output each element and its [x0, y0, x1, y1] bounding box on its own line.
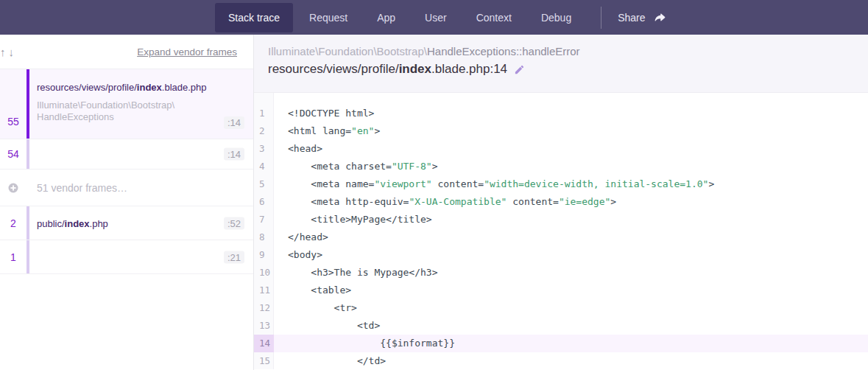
- method-namespace: Illuminate\Foundation\Bootstrap\: [268, 45, 427, 57]
- code-line: 9 <body>: [254, 246, 868, 264]
- nav-divider: [601, 7, 601, 29]
- line-number: 7: [254, 211, 274, 228]
- code-line: 12 <tr>: [254, 299, 868, 317]
- line-number: 10: [254, 264, 274, 282]
- code-line: 15 </td>: [254, 352, 868, 369]
- line-number: 12: [254, 299, 274, 317]
- code-text: </head>: [274, 228, 328, 246]
- code-line: 4 <meta charset="UTF-8">: [254, 158, 868, 175]
- exception-method: Illuminate\Foundation\Bootstrap\HandleEx…: [268, 45, 868, 57]
- code-line: 14 {{$informat}}: [254, 335, 868, 352]
- line-number: 1: [254, 105, 274, 122]
- frame-file-path: public/index.php: [37, 217, 108, 228]
- frame-number: 2: [0, 206, 27, 240]
- main-panel: Illuminate\Foundation\Bootstrap\HandleEx…: [254, 35, 868, 370]
- code-viewer: 1 <!DOCTYPE html> 2 <html lang="en"> 3 <…: [254, 92, 868, 369]
- code-text: <body>: [274, 246, 322, 264]
- code-text: <head>: [274, 140, 322, 158]
- frame-content: :21: [29, 240, 253, 273]
- share-icon: [653, 11, 666, 24]
- open-in-editor-button[interactable]: [514, 64, 525, 75]
- code-line: 6 <meta http-equiv="X-UA-Compatible" con…: [254, 193, 868, 211]
- frame-nav-arrows: ↑↓: [0, 46, 15, 58]
- stack-frames-sidebar: ↑↓ Expand vendor frames 55 resources/vie…: [0, 35, 254, 370]
- current-file-path: resources/views/profile/index.blade.php:…: [268, 62, 868, 77]
- code-line: 3 <head>: [254, 140, 868, 158]
- code-text: <meta name="viewport" content="width=dev…: [274, 175, 714, 193]
- code-line: 13 <td>: [254, 317, 868, 335]
- frame-file-path: resources/views/profile/index.blade.php: [37, 69, 244, 93]
- frame-content: :14: [29, 139, 253, 169]
- share-button[interactable]: Share: [618, 11, 666, 24]
- top-nav: Stack traceRequestAppUserContextDebug Sh…: [0, 0, 868, 35]
- stack-frames-list: 55 resources/views/profile/index.blade.p…: [0, 69, 253, 274]
- line-number: 15: [254, 352, 274, 369]
- code-header: Illuminate\Foundation\Bootstrap\HandleEx…: [254, 35, 868, 92]
- frame-line-badge: :52: [224, 217, 244, 229]
- share-label: Share: [618, 12, 645, 24]
- frame-content: 51 vendor frames…: [29, 170, 253, 206]
- line-number: 14: [254, 335, 274, 352]
- code-text: <table>: [274, 282, 351, 299]
- frame-content: public/index.php :52: [29, 206, 253, 240]
- nav-tab[interactable]: Debug: [528, 3, 585, 32]
- frame-number: 55: [0, 69, 27, 139]
- expand-vendor-frames-link[interactable]: Expand vendor frames: [137, 46, 237, 57]
- code-line: 2 <html lang="en">: [254, 122, 868, 140]
- line-number: 8: [254, 228, 274, 246]
- line-number: 9: [254, 246, 274, 264]
- next-frame-arrow-icon[interactable]: ↓: [7, 46, 16, 58]
- frame-class-name: Illuminate\Foundation\Bootstrap\HandleEx…: [37, 100, 244, 123]
- stack-frame[interactable]: 55 resources/views/profile/index.blade.p…: [0, 69, 253, 139]
- code-text: <h3>The is Mypage</h3>: [274, 264, 438, 282]
- expand-plus-icon: [8, 183, 18, 193]
- code-text: </td>: [274, 352, 386, 369]
- code-text: {{$informat}}: [274, 335, 455, 352]
- frame-line-badge: :14: [224, 148, 244, 161]
- content-area: ↑↓ Expand vendor frames 55 resources/vie…: [0, 35, 868, 370]
- code-line: 5 <meta name="viewport" content="width=d…: [254, 175, 868, 193]
- code-line: 11 <table>: [254, 282, 868, 299]
- error-page-root: Stack traceRequestAppUserContextDebug Sh…: [0, 0, 868, 370]
- code-text: <html lang="en">: [274, 122, 380, 140]
- pencil-icon: [514, 64, 525, 75]
- frame-number: 54: [0, 139, 27, 169]
- frame-line-badge: :21: [224, 251, 244, 263]
- line-number: 13: [254, 317, 274, 335]
- method-name: HandleExceptions::handleError: [427, 45, 580, 57]
- line-number: 6: [254, 193, 274, 211]
- nav-tab[interactable]: Stack trace: [215, 3, 293, 32]
- code-text: <td>: [274, 317, 380, 335]
- frame-content: resources/views/profile/index.blade.php …: [29, 69, 253, 139]
- code-line: 8 </head>: [254, 228, 868, 246]
- prev-frame-arrow-icon[interactable]: ↑: [0, 46, 7, 58]
- code-text: <meta http-equiv="X-UA-Compatible" conte…: [274, 193, 616, 211]
- stack-frame[interactable]: 2 public/index.php :52: [0, 206, 253, 240]
- code-line: 10 <h3>The is Mypage</h3>: [254, 264, 868, 282]
- line-number: 3: [254, 140, 274, 158]
- line-number: 11: [254, 282, 274, 299]
- sidebar-header: ↑↓ Expand vendor frames: [0, 35, 253, 69]
- code-text: <title>MyPage</title>: [274, 211, 432, 228]
- frame-number: 1: [0, 240, 27, 273]
- nav-tab[interactable]: App: [364, 3, 409, 32]
- code-line: 7 <title>MyPage</title>: [254, 211, 868, 228]
- line-number: 2: [254, 122, 274, 140]
- code-text: <meta charset="UTF-8">: [274, 158, 438, 175]
- line-number: 4: [254, 158, 274, 175]
- code-text: <tr>: [274, 299, 357, 317]
- stack-frame[interactable]: 51 vendor frames…: [0, 170, 253, 206]
- line-number: 5: [254, 175, 274, 193]
- vendor-frames-label: 51 vendor frames…: [37, 182, 127, 194]
- code-text: <!DOCTYPE html>: [274, 105, 374, 122]
- stack-frame[interactable]: 54 :14: [0, 139, 253, 170]
- frame-line-badge: :14: [224, 116, 244, 129]
- frame-number: [0, 170, 27, 206]
- nav-tab[interactable]: Request: [296, 3, 361, 32]
- stack-frame[interactable]: 1 :21: [0, 240, 253, 274]
- nav-tab[interactable]: User: [412, 3, 460, 32]
- nav-tab[interactable]: Context: [463, 3, 525, 32]
- code-line: 1 <!DOCTYPE html>: [254, 105, 868, 122]
- nav-tabs: Stack traceRequestAppUserContextDebug: [215, 3, 588, 32]
